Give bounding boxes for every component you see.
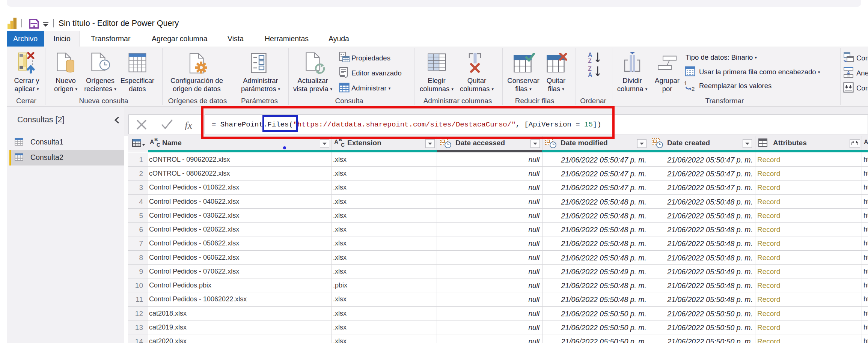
svg-text:fx: fx bbox=[185, 119, 193, 130]
svg-text:2: 2 bbox=[692, 86, 695, 92]
svg-text:1: 1 bbox=[684, 80, 687, 86]
svg-text:A: A bbox=[588, 52, 592, 58]
svg-text:Z: Z bbox=[588, 58, 592, 64]
svg-text:Z: Z bbox=[588, 66, 592, 72]
